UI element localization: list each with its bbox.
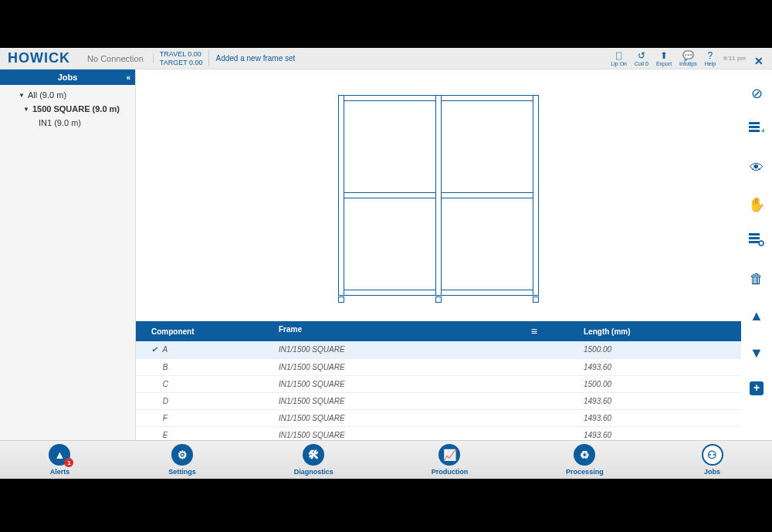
handle-icon[interactable] xyxy=(338,296,344,303)
content-area: Component Frame≡ Length (mm) ✔ AIN1/1500… xyxy=(136,69,741,440)
help-icon: ? xyxy=(705,50,716,61)
bottom-nav: ▲ Alerts 1 ⚙ Settings 🛠 Diagnostics 📈 Pr… xyxy=(0,440,772,479)
table-row[interactable]: FIN1/1500 SQUARE1493.60 xyxy=(136,409,741,426)
handle-icon[interactable] xyxy=(533,296,539,303)
header-right: ⎕Lip On ↺Coil 0 ⬆Export 💬Infotips ?Help … xyxy=(608,50,772,66)
connection-status: No Connection xyxy=(78,54,154,63)
export-button[interactable]: ⬆Export xyxy=(653,50,675,66)
tree-item[interactable]: IN1 (9.0 m) xyxy=(0,116,135,130)
handle-icon[interactable] xyxy=(435,296,442,303)
lipon-icon: ⎕ xyxy=(614,50,625,61)
travel-target: TRAVEL 0.00 TARGET 0.00 xyxy=(154,50,210,67)
frame-drawing xyxy=(338,95,539,296)
caret-down-icon: ▼ xyxy=(23,106,29,113)
eye-icon: 👁 xyxy=(750,160,764,176)
move-down-button[interactable]: ▼ xyxy=(748,344,765,361)
table-row[interactable]: DIN1/1500 SQUARE1493.60 xyxy=(136,392,741,409)
col-length[interactable]: Length (mm) xyxy=(576,321,741,341)
close-icon: ✕ xyxy=(753,56,764,66)
component-table: Component Frame≡ Length (mm) ✔ AIN1/1500… xyxy=(136,321,741,440)
status-message: Added a new frame set xyxy=(209,54,301,63)
arrow-down-icon: ▼ xyxy=(750,345,764,361)
table-header-row: Component Frame≡ Length (mm) xyxy=(136,321,741,341)
app-window: HOWICK No Connection TRAVEL 0.00 TARGET … xyxy=(0,48,772,479)
svg-rect-2 xyxy=(749,130,760,132)
col-frame[interactable]: Frame≡ xyxy=(271,321,576,341)
help-button[interactable]: ?Help xyxy=(702,50,719,66)
target-value: TARGET 0.00 xyxy=(160,59,203,67)
coil-button[interactable]: ↺Coil 0 xyxy=(631,50,652,66)
nav-alerts[interactable]: ▲ Alerts 1 xyxy=(49,444,70,476)
tree-job[interactable]: ▼1500 SQUARE (9.0 m) xyxy=(0,102,135,116)
hand-icon: ✋ xyxy=(748,196,765,213)
nav-processing[interactable]: ♻ Processing xyxy=(566,444,604,476)
move-up-button[interactable]: ▲ xyxy=(748,307,765,324)
hand-button[interactable]: ✋ xyxy=(748,196,765,213)
gear-icon: ⚙ xyxy=(171,444,193,466)
svg-rect-6 xyxy=(749,241,760,243)
infotips-icon: 💬 xyxy=(682,50,693,61)
nav-settings[interactable]: ⚙ Settings xyxy=(168,444,196,476)
canvas-area[interactable] xyxy=(136,69,741,321)
sidebar-header: Jobs « xyxy=(0,69,135,85)
trash-icon: 🗑 xyxy=(750,271,764,287)
nav-diagnostics[interactable]: 🛠 Diagnostics xyxy=(294,444,334,476)
plus-icon: + xyxy=(750,381,764,399)
svg-rect-5 xyxy=(749,237,760,239)
infotips-button[interactable]: 💬Infotips xyxy=(676,50,700,66)
main-area: Jobs « ▼All (9.0 m) ▼1500 SQUARE (9.0 m)… xyxy=(0,69,772,440)
sidebar: Jobs « ▼All (9.0 m) ▼1500 SQUARE (9.0 m)… xyxy=(0,69,136,440)
coil-icon: ↺ xyxy=(636,50,647,61)
svg-text:+: + xyxy=(753,381,760,394)
sidebar-collapse-button[interactable]: « xyxy=(126,73,130,82)
cycle-icon: ♻ xyxy=(574,444,595,466)
sidebar-title: Jobs xyxy=(58,73,78,82)
table-row[interactable]: CIN1/1500 SQUARE1500.00 xyxy=(136,375,741,392)
svg-rect-1 xyxy=(749,126,760,128)
menu-icon[interactable]: ≡ xyxy=(531,325,537,337)
tools-icon: 🛠 xyxy=(303,444,324,466)
cancel-icon: ⊘ xyxy=(751,85,763,102)
arrow-up-icon: ▲ xyxy=(750,308,764,324)
col-component[interactable]: Component xyxy=(136,321,271,341)
close-button[interactable]: ✕ xyxy=(750,56,767,66)
lipon-button[interactable]: ⎕Lip On xyxy=(608,50,630,66)
cancel-button[interactable]: ⊘ xyxy=(748,85,765,102)
hierarchy-icon: ⚇ xyxy=(702,444,723,466)
refresh-row-button[interactable] xyxy=(748,233,765,250)
travel-value: TRAVEL 0.00 xyxy=(160,50,203,59)
add-button[interactable]: + xyxy=(748,381,765,398)
refresh-row-icon xyxy=(749,233,764,251)
nav-jobs[interactable]: ⚇ Jobs xyxy=(702,444,723,476)
clock: 9:11 pm xyxy=(720,55,749,62)
view-button[interactable]: 👁 xyxy=(748,159,765,176)
delete-button[interactable]: 🗑 xyxy=(748,270,765,287)
nav-production[interactable]: 📈 Production xyxy=(432,444,469,476)
header-bar: HOWICK No Connection TRAVEL 0.00 TARGET … xyxy=(0,48,772,69)
right-toolbar: ⊘ + 👁 ✋ 🗑 ▲ ▼ + xyxy=(741,69,772,440)
tree-root[interactable]: ▼All (9.0 m) xyxy=(0,88,135,102)
table-row[interactable]: BIN1/1500 SQUARE1493.60 xyxy=(136,358,741,375)
alerts-badge: 1 xyxy=(64,458,73,467)
table-row[interactable]: EIN1/1500 SQUARE1493.60 xyxy=(136,426,741,440)
jobs-tree: ▼All (9.0 m) ▼1500 SQUARE (9.0 m) IN1 (9… xyxy=(0,85,135,133)
add-row-icon: + xyxy=(749,122,764,140)
svg-text:+: + xyxy=(761,127,764,135)
svg-rect-4 xyxy=(749,233,760,236)
logo: HOWICK xyxy=(0,50,78,66)
chart-icon: 📈 xyxy=(438,444,460,466)
table-row[interactable]: ✔ AIN1/1500 SQUARE1500.00 xyxy=(136,341,741,358)
add-row-button[interactable]: + xyxy=(748,122,765,139)
svg-rect-0 xyxy=(749,122,760,124)
selection-handles xyxy=(338,296,539,303)
check-icon: ✔ xyxy=(151,345,161,354)
export-icon: ⬆ xyxy=(659,50,669,61)
caret-down-icon: ▼ xyxy=(19,92,25,99)
